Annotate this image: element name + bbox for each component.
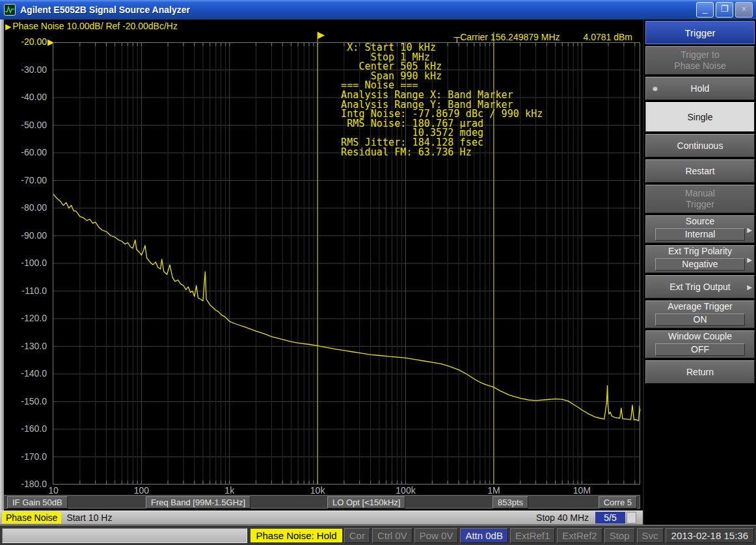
- close-button[interactable]: ×: [735, 2, 753, 18]
- softkey-value: ON: [655, 313, 745, 326]
- status-led-extref1: ExtRef1: [510, 528, 555, 543]
- softkey-return[interactable]: Return: [645, 360, 755, 384]
- softkey-label: Trigger to Phase Noise: [674, 49, 725, 72]
- sweep-start-readout: Start 10 Hz: [66, 512, 112, 523]
- status-led-attn-0db: Attn 0dB: [460, 528, 508, 543]
- window-controls: _ ❐ ×: [696, 2, 753, 18]
- sweep-status-bar: Phase Noise Start 10 Hz Stop 40 MHz 5/5: [0, 511, 643, 525]
- y-tick-label: -60.00: [5, 147, 47, 157]
- instrument-display: ▶Phase Noise 10.00dB/ Ref -20.00dBc/Hz -…: [0, 20, 643, 511]
- lo-opt-status: LO Opt [<150kHz]: [327, 496, 405, 509]
- title-bar: Agilent E5052B Signal Source Analyzer _ …: [0, 0, 756, 20]
- softkey-value: Internal: [655, 228, 745, 241]
- window-title: Agilent E5052B Signal Source Analyzer: [20, 5, 190, 15]
- sweep-stop-readout: Stop 40 MHz: [536, 512, 589, 523]
- carrier-frequency: 156.249879 MHz: [491, 32, 560, 42]
- page-indicator: 5/5: [595, 512, 625, 524]
- trace-scale-label: Phase Noise 10.00dB/ Ref -20.00dBc/Hz: [12, 21, 178, 31]
- y-tick-label: -120.0: [5, 313, 47, 323]
- x-tick-label: 100: [118, 485, 164, 496]
- softkey-manual-trigger: Manual Trigger: [645, 185, 755, 213]
- softkey-label: Restart: [685, 166, 714, 177]
- status-led-svc: Svc: [637, 528, 664, 543]
- carrier-readout: ┬Carrier 156.249879 MHz4.0781 dBm: [453, 32, 632, 42]
- carrier-label: Carrier: [460, 32, 488, 42]
- y-tick-label: -20.00: [5, 36, 47, 47]
- status-led-pow-0v: Pow 0V: [414, 528, 459, 543]
- active-trace-chip: Phase Noise: [2, 512, 61, 524]
- y-tick-label: -170.0: [5, 451, 47, 462]
- y-tick-label: -130.0: [5, 341, 47, 351]
- selected-bullet-icon: [653, 86, 658, 91]
- minimize-button[interactable]: _: [696, 2, 714, 18]
- y-tick-label: -140.0: [5, 368, 47, 379]
- softkey-list: Trigger to Phase NoiseHoldSingleContinuo…: [644, 46, 756, 384]
- softkey-trigger-to-phase-noise: Trigger to Phase Noise: [645, 46, 755, 75]
- y-tick-label: -160.0: [5, 423, 47, 434]
- softkey-label: Hold: [691, 83, 710, 94]
- x-tick-label: 100k: [383, 485, 429, 496]
- softkey-source[interactable]: SourceInternal▶: [645, 215, 755, 243]
- softkey-label: Return: [686, 367, 714, 378]
- y-tick-label: -100.0: [5, 258, 47, 268]
- app-window: Agilent E5052B Signal Source Analyzer _ …: [0, 0, 756, 545]
- softkey-restart[interactable]: Restart: [645, 159, 755, 183]
- softkey-hold[interactable]: Hold: [645, 77, 755, 100]
- softkey-label: Continuous: [677, 140, 723, 152]
- softkey-window-couple[interactable]: Window CoupleOFF: [645, 330, 755, 358]
- softkey-label: Manual Trigger: [685, 188, 715, 210]
- band-marker-flag-icon: [317, 32, 325, 39]
- restore-button[interactable]: ❐: [716, 2, 733, 18]
- instrument-status-bar: Phase Noise: Hold CorCtrl 0VPow 0VAttn 0…: [0, 525, 756, 545]
- status-led-extref2: ExtRef2: [557, 528, 602, 543]
- softkey-value: OFF: [655, 343, 745, 356]
- softkey-label: Single: [688, 112, 713, 123]
- measurement-status-chip: Phase Noise: Hold: [250, 529, 342, 542]
- softkey-single[interactable]: Single: [645, 102, 755, 132]
- carrier-power: 4.0781 dBm: [584, 32, 633, 42]
- softkey-menu: Trigger Trigger to Phase NoiseHoldSingle…: [643, 20, 756, 525]
- freq-band-status: Freq Band [99M-1.5GHz]: [146, 496, 250, 509]
- points-status: 853pts: [493, 496, 528, 509]
- carrier-marker-icon: ┬: [453, 32, 460, 42]
- status-row: IF Gain 50dB Freq Band [99M-1.5GHz] LO O…: [1, 495, 640, 509]
- softkey-label: Average Trigger: [668, 301, 732, 312]
- y-tick-label: -80.00: [5, 202, 47, 213]
- softkey-label: Ext Trig Polarity: [668, 246, 732, 257]
- softkey-ext-trig-output[interactable]: Ext Trig Output▶: [645, 275, 755, 299]
- sweep-mini-box: [627, 512, 636, 524]
- y-tick-label: -90.00: [5, 230, 47, 241]
- correction-status: Corre 5: [599, 496, 637, 509]
- if-gain-status: IF Gain 50dB: [7, 496, 68, 509]
- status-led-group: CorCtrl 0VPow 0VAttn 0dBExtRef1ExtRef2St…: [344, 528, 664, 543]
- softkey-average-trigger[interactable]: Average TriggerON: [645, 300, 755, 328]
- x-tick-label: 10k: [295, 485, 340, 496]
- message-field: [2, 528, 247, 543]
- status-led-stop: Stop: [604, 528, 635, 543]
- x-tick-label: 10: [31, 485, 76, 496]
- y-tick-label: -70.00: [5, 175, 47, 185]
- status-led-cor: Cor: [344, 528, 370, 543]
- softkey-ext-trig-polarity[interactable]: Ext Trig PolarityNegative▶: [645, 245, 755, 273]
- submenu-arrow-icon: ▶: [747, 284, 752, 291]
- y-tick-label: -50.00: [5, 120, 47, 130]
- trace-header: ▶Phase Noise 10.00dB/ Ref -20.00dBc/Hz: [5, 21, 178, 31]
- submenu-arrow-icon: ▶: [747, 256, 752, 263]
- x-tick-label: 10M: [559, 485, 604, 496]
- noise-analysis-readout: X: Start 10 kHz Stop 1 MHz Center 505 kH…: [341, 43, 543, 157]
- active-trace-marker-icon: ▶: [5, 22, 11, 31]
- softkey-label: Window Couple: [668, 331, 732, 342]
- softkey-continuous[interactable]: Continuous: [645, 134, 755, 157]
- window-edge-bevel: [0, 20, 4, 511]
- softkey-label: Source: [686, 216, 714, 227]
- x-tick-label: 1k: [207, 485, 252, 496]
- y-tick-label: -30.00: [5, 64, 47, 75]
- submenu-arrow-icon: ▶: [747, 226, 752, 233]
- app-icon: [3, 3, 16, 16]
- y-tick-label: -40.00: [5, 92, 47, 102]
- status-led-ctrl-0v: Ctrl 0V: [372, 528, 412, 543]
- softkey-label: Ext Trig Output: [669, 282, 730, 293]
- menu-title: Trigger: [645, 21, 755, 44]
- y-tick-label: -150.0: [5, 396, 47, 406]
- y-tick-label: -110.0: [5, 286, 47, 296]
